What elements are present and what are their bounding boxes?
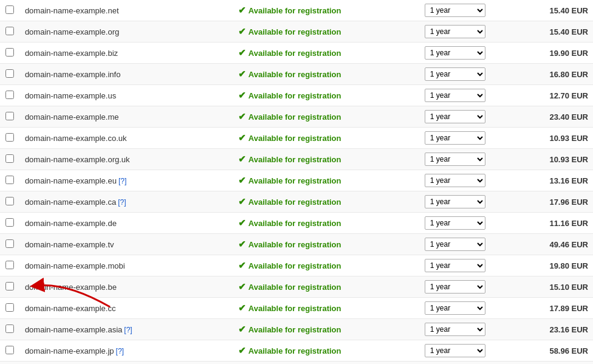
checkmark-icon: ✔ [238,260,246,271]
checkmark-icon: ✔ [238,239,246,250]
checkmark-icon: ✔ [238,111,246,122]
domain-name-text: domain-name-example.me [25,112,119,122]
availability-status: ✔Available for registration [238,196,341,207]
domain-checkbox[interactable] [5,176,14,184]
availability-status: ✔Available for registration [238,218,341,228]
table-row: domain-name-example.cc✔Available for reg… [0,298,593,319]
domain-status-cell: ✔Available for registration [233,85,420,106]
domain-checkbox[interactable] [5,154,14,163]
period-select[interactable]: 1 year2 years3 years5 years10 years [425,131,485,145]
price-cell: 27.46 EUR [519,362,593,365]
domain-checkbox[interactable] [5,325,14,333]
domain-checkbox[interactable] [5,346,14,354]
checkmark-icon: ✔ [238,90,246,101]
checkmark-icon: ✔ [238,303,246,314]
table-row: domain-name-example.tw✔Available for reg… [0,362,593,365]
period-cell: 1 year2 years3 years5 years10 years [420,85,519,106]
period-select[interactable]: 1 year2 years3 years5 years10 years [425,323,485,336]
table-row: domain-name-example.org✔Available for re… [0,21,593,43]
domain-checkbox[interactable] [5,303,14,312]
domain-info-link[interactable]: [?] [116,347,124,355]
period-cell: 1 year2 years3 years5 years10 years [420,191,519,213]
period-cell: 1 year2 years3 years5 years10 years [420,213,519,234]
domain-name-text: domain-name-example.org [25,27,119,36]
domain-name-cell: domain-name-example.info [20,64,233,85]
period-select[interactable]: 1 year2 years3 years5 years10 years [425,174,485,187]
period-select[interactable]: 1 year2 years3 years5 years10 years [425,89,485,102]
period-select[interactable]: 1 year2 years3 years5 years10 years [425,216,485,230]
price-cell: 16.80 EUR [519,64,593,85]
price-cell: 58.96 EUR [519,340,593,362]
period-select[interactable]: 1 year2 years3 years5 years10 years [425,195,485,208]
table-row: domain-name-example.co.uk✔Available for … [0,128,593,149]
period-select[interactable]: 1 year2 years3 years5 years10 years [425,46,485,60]
availability-status: ✔Available for registration [238,281,341,292]
status-text: Available for registration [249,240,341,249]
domain-checkbox[interactable] [5,197,14,205]
domain-checkbox[interactable] [5,48,14,57]
domain-status-cell: ✔Available for registration [233,106,420,128]
price-cell: 11.16 EUR [519,213,593,234]
period-select[interactable]: 1 year2 years3 years5 years10 years [425,238,485,251]
price-cell: 15.40 EUR [519,0,593,21]
table-row: domain-name-example.be✔Available for reg… [0,276,593,298]
period-cell: 1 year2 years3 years5 years10 years [420,0,519,21]
domain-info-link[interactable]: [?] [118,198,126,207]
period-select[interactable]: 1 year2 years3 years5 years10 years [425,301,485,315]
domain-name-cell: domain-name-example.org.uk [20,149,233,170]
domain-name-text: domain-name-example.mobi [25,261,125,270]
domain-checkbox[interactable] [5,218,14,227]
domain-checkbox[interactable] [5,69,14,78]
availability-status: ✔Available for registration [238,345,341,356]
period-cell: 1 year2 years3 years5 years10 years [420,128,519,149]
status-text: Available for registration [249,49,341,58]
domain-status-cell: ✔Available for registration [233,64,420,85]
period-select[interactable]: 1 year2 years3 years5 years10 years [425,344,485,357]
domain-info-link[interactable]: [?] [124,326,132,334]
domain-status-cell: ✔Available for registration [233,276,420,298]
domain-name-text: domain-name-example.be [25,283,117,292]
checkmark-icon: ✔ [238,154,246,165]
status-text: Available for registration [249,325,341,334]
price-cell: 13.16 EUR [519,170,593,191]
domain-checkbox[interactable] [5,5,14,14]
domain-status-cell: ✔Available for registration [233,191,420,213]
status-text: Available for registration [249,70,341,79]
period-select[interactable]: 1 year2 years3 years5 years10 years [425,110,485,123]
domain-checkbox[interactable] [5,282,14,290]
period-cell: 1 year2 years3 years5 years10 years [420,21,519,43]
period-cell: 1 year2 years3 years5 years10 years [420,255,519,276]
domain-info-link[interactable]: [?] [118,177,126,185]
status-text: Available for registration [249,176,341,185]
domain-status-cell: ✔Available for registration [233,340,420,362]
domain-checkbox[interactable] [5,133,14,142]
domain-checkbox[interactable] [5,261,14,269]
status-text: Available for registration [249,283,341,292]
checkmark-icon: ✔ [238,175,246,186]
domain-checkbox[interactable] [5,112,14,120]
period-select[interactable]: 1 year2 years3 years5 years10 years [425,153,485,166]
domain-status-cell: ✔Available for registration [233,255,420,276]
price-cell: 23.16 EUR [519,319,593,340]
table-row: domain-name-example.org.uk✔Available for… [0,149,593,170]
domain-checkbox[interactable] [5,239,14,248]
table-row: domain-name-example.ca[?]✔Available for … [0,191,593,213]
period-select[interactable]: 1 year2 years3 years5 years10 years [425,67,485,81]
availability-status: ✔Available for registration [238,69,341,80]
period-select[interactable]: 1 year2 years3 years5 years10 years [425,280,485,294]
domain-name-cell: domain-name-example.me [20,106,233,128]
price-cell: 19.90 EUR [519,43,593,64]
domain-status-cell: ✔Available for registration [233,43,420,64]
domain-status-cell: ✔Available for registration [233,0,420,21]
domain-checkbox[interactable] [5,91,14,99]
availability-status: ✔Available for registration [238,111,341,122]
checkmark-icon: ✔ [238,281,246,292]
domain-name-text: domain-name-example.cc [25,304,116,313]
period-select[interactable]: 1 year2 years3 years5 years10 years [425,259,485,272]
domain-checkbox[interactable] [5,27,14,35]
domain-name-text: domain-name-example.tv [25,240,114,249]
period-select[interactable]: 1 year2 years3 years5 years10 years [425,25,485,38]
domain-name-text: domain-name-example.biz [25,49,118,58]
period-select[interactable]: 1 year2 years3 years5 years10 years [425,4,485,17]
status-text: Available for registration [249,6,341,15]
